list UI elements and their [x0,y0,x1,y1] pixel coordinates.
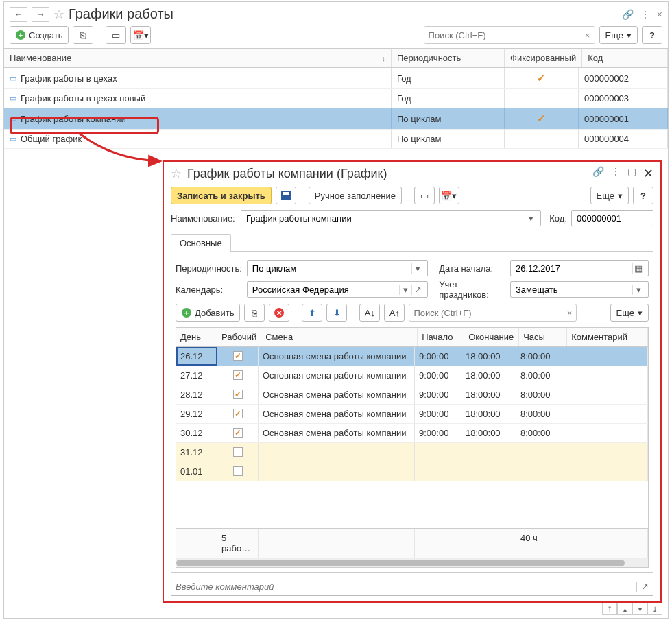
startdate-label: Дата начала: [439,263,506,274]
schedule-dialog: ☆ График работы компании (График) 🔗 ⋮ ▢ … [163,160,662,603]
col-period[interactable]: Периодичность [392,49,505,67]
calendar-icon[interactable]: ▦ [632,263,645,274]
col-code[interactable]: Код [582,49,668,67]
col-work[interactable]: Рабочий [217,328,261,346]
help-button[interactable]: ? [633,187,653,204]
startdate-input[interactable]: ▦ [510,260,649,276]
calendar-button[interactable]: 📅▾ [130,26,151,44]
table-row[interactable]: 27.12✓Основная смена работы компании9:00… [176,366,648,385]
calendar-button[interactable]: 📅▾ [439,187,459,204]
open-icon[interactable]: ↗ [636,582,653,592]
link-icon[interactable]: 🔗 [592,166,604,181]
table-row[interactable]: 30.12✓Основная смена работы компании9:00… [176,424,648,443]
table-row[interactable]: 31.12 [176,443,648,462]
checkbox[interactable] [233,466,243,476]
table-row[interactable]: ▭Общий график По циклам 000000004 [4,130,668,149]
maximize-icon[interactable]: ▢ [627,166,636,181]
create-button[interactable]: + Создать [10,26,69,44]
days-search-input[interactable]: × [409,304,577,322]
copy-button[interactable]: ⎘ [73,26,93,44]
col-name[interactable]: Наименование↓ [4,49,392,67]
nav-next-button[interactable]: ▾ [632,603,647,615]
sort-indicator-icon: ↓ [382,54,386,62]
search-clear-icon[interactable]: × [562,308,576,318]
dropdown-icon[interactable]: ▾ [399,285,411,295]
link-icon[interactable]: 🔗 [622,9,634,20]
col-fixed[interactable]: Фиксированный [505,49,582,67]
schedules-grid: Наименование↓ Периодичность Фиксированны… [4,48,668,149]
sort-desc-button[interactable]: A↑ [384,304,405,322]
vmenu-icon[interactable]: ⋮ [640,9,650,20]
forward-button[interactable]: → [32,7,49,22]
holidays-label: Учет праздников: [439,279,506,300]
search-clear-icon[interactable]: × [581,30,595,40]
dropdown-icon[interactable]: ▾ [411,263,424,274]
save-button[interactable] [276,187,296,204]
col-start[interactable]: Начало [418,328,464,346]
nav-first-button[interactable]: ⤒ [602,603,617,615]
col-hours[interactable]: Часы [519,328,567,346]
arrow-down-icon: ⬇ [333,308,341,318]
favorite-star-icon[interactable]: ☆ [171,166,182,181]
comment-input[interactable]: ↗ [171,577,653,596]
period-label: Периодичность: [176,263,243,274]
favorite-star-icon[interactable]: ☆ [53,7,64,22]
nav-prev-button[interactable]: ▴ [617,603,632,615]
checkbox[interactable]: ✓ [233,351,243,361]
sort-asc-button[interactable]: A↓ [359,304,380,322]
help-button[interactable]: ? [642,26,662,44]
move-up-button[interactable]: ⬆ [302,304,322,322]
nav-last-button[interactable]: ⤓ [647,603,662,615]
dropdown-icon[interactable]: ▾ [632,285,645,295]
table-row[interactable]: 29.12✓Основная смена работы компании9:00… [176,405,648,424]
holidays-select[interactable]: ▾ [510,281,649,298]
delete-row-button[interactable]: ✕ [269,304,289,322]
card-button[interactable]: ▭ [414,187,435,204]
add-row-button[interactable]: + Добавить [176,304,240,322]
table-row[interactable]: ▭График работы в цехах Год ✓ 000000002 [4,68,668,89]
checkbox[interactable] [233,447,243,457]
col-end[interactable]: Окончание [464,328,519,346]
arrow-up-icon: ⬆ [309,308,316,318]
code-input[interactable] [571,210,653,226]
search-input[interactable]: × [424,26,595,44]
checkbox[interactable]: ✓ [233,370,243,380]
horizontal-scrollbar[interactable] [176,558,648,567]
check-icon: ✓ [537,112,546,125]
table-row[interactable]: 26.12✓Основная смена работы компании9:00… [176,347,648,366]
checkbox[interactable]: ✓ [233,409,243,418]
back-button[interactable]: ← [10,7,27,22]
table-row[interactable]: ▭График работы в цехах новый Год 0000000… [4,89,668,108]
more-button[interactable]: Еще▾ [610,304,649,322]
plus-icon: + [16,30,25,40]
move-down-button[interactable]: ⬇ [326,304,347,322]
checkbox[interactable]: ✓ [233,390,243,399]
table-row[interactable]: 01.01 [176,462,648,481]
card-button[interactable]: ▭ [106,26,126,44]
checkbox[interactable]: ✓ [233,428,243,438]
check-icon: ✓ [537,72,546,84]
col-shift[interactable]: Смена [261,328,418,346]
open-icon[interactable]: ↗ [411,285,424,295]
col-day[interactable]: День [176,328,217,346]
calendar-select[interactable]: ▾ ↗ [247,281,428,298]
more-button[interactable]: Еще▾ [590,187,629,204]
manual-fill-button[interactable]: Ручное заполнение [309,187,402,204]
dropdown-icon[interactable]: ▾ [525,213,537,224]
period-select[interactable]: ▾ [247,260,428,276]
col-comment[interactable]: Комментарий [567,328,648,346]
vmenu-icon[interactable]: ⋮ [611,166,621,181]
copy-row-button[interactable]: ⎘ [244,304,265,322]
save-close-button[interactable]: Записать и закрыть [171,187,272,204]
name-label: Наименование: [171,213,237,224]
tab-main[interactable]: Основные [171,234,231,252]
plus-icon: + [182,308,191,318]
table-row[interactable]: ▭График работы компании По циклам ✓ 0000… [4,108,668,130]
floppy-icon [281,191,291,200]
close-icon[interactable]: ✕ [643,166,653,181]
close-page-icon[interactable]: × [657,9,662,20]
name-input[interactable]: ▾ [241,210,541,226]
more-button[interactable]: Еще ▾ [599,26,638,44]
table-row[interactable]: 28.12✓Основная смена работы компании9:00… [176,385,648,405]
code-label: Код: [549,213,567,224]
